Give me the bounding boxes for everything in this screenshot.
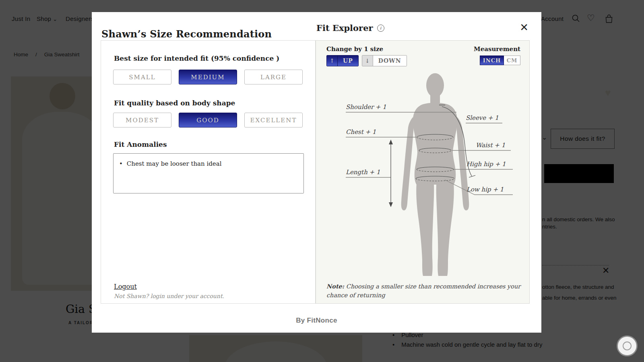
fit-explorer-label: Fit Explorer [316,23,373,33]
label-sleeve: Sleeve + 1 [466,114,499,121]
measurement-label: Measurement [474,45,520,53]
note-body: Choosing a smaller size than recommended… [326,283,520,298]
modal-title: Shawn’s Size Recommendation [101,28,272,40]
logout-link[interactable]: Logout [114,283,137,290]
low-hip-ellipse-dashed [416,179,454,181]
body-silhouette [401,73,469,276]
fit-anomaly-text: Chest may be looser than ideal [127,160,222,167]
label-shoulder: Shoulder + 1 [346,103,386,111]
close-modal-button[interactable]: ✕ [517,21,531,34]
chest-ellipse-dashed [417,137,453,140]
recommendation-panel: Best size for intended fit (95% confiden… [101,40,316,304]
arrow-down-icon: ↓ [362,56,373,66]
label-chest: Chest + 1 [346,128,376,136]
low-hip-ellipse-solid [416,176,454,179]
label-low-hip: Low hip + 1 [466,186,504,193]
info-icon[interactable]: i [377,25,384,32]
bullet-icon: • [119,160,123,167]
label-high-hip: High hip + 1 [466,160,506,168]
best-size-heading: Best size for intended fit (95% confiden… [114,54,303,62]
size-up-button[interactable]: ↑ UP [326,55,359,66]
unit-toggle: INCH CM [480,56,520,65]
chat-button[interactable] [617,335,638,356]
fit-quality-heading: Fit quality based on body shape [114,99,303,107]
quality-options-row: MODEST GOOD EXCELLENT [113,113,303,128]
size-up-label: UP [338,56,358,66]
fit-anomaly-item: • Chest may be looser than ideal [119,160,298,167]
chest-ellipse-solid [417,134,453,137]
size-options-row: SMALL MEDIUM LARGE [113,70,303,84]
unit-cm-button[interactable]: CM [504,56,520,65]
high-hip-ellipse-solid [417,167,454,169]
modal-footer-brand: By FitNonce [92,317,541,325]
fit-explorer-panel: Change by 1 size ↑ UP ↓ DOWN Measurement… [316,40,530,304]
note-text: Note: Choosing a smaller size than recom… [326,282,522,300]
size-button-large[interactable]: LARGE [244,70,303,84]
high-hip-ellipse-dashed [417,169,454,172]
size-button-small[interactable]: SMALL [113,70,171,84]
size-down-label: DOWN [373,56,407,66]
note-bold: Note: [326,283,344,290]
waist-ellipse-solid [419,148,451,150]
label-waist: Waist + 1 [476,142,505,149]
size-button-medium[interactable]: MEDIUM [179,70,237,84]
label-length: Length + 1 [346,169,380,176]
fit-explorer-title: Fit Explorer i [316,23,384,33]
size-recommendation-modal: Shawn’s Size Recommendation Fit Explorer… [92,12,541,333]
change-size-label: Change by 1 size [326,45,383,53]
size-down-button[interactable]: ↓ DOWN [362,55,407,66]
arrow-up-icon: ↑ [327,56,338,66]
fit-anomalies-heading: Fit Anomalies [114,140,303,148]
quality-button-modest[interactable]: MODEST [113,113,171,128]
quality-button-good[interactable]: GOOD [179,113,237,128]
length-arrowhead-top [389,140,393,144]
chat-icon [623,341,632,350]
quality-button-excellent[interactable]: EXCELLENT [244,113,303,128]
waist-ellipse-dashed [419,150,451,153]
size-updown-controls: ↑ UP ↓ DOWN [326,55,407,66]
unit-inch-button[interactable]: INCH [480,56,504,65]
length-arrowhead-bottom [389,202,393,207]
fit-anomalies-box: • Chest may be looser than ideal [113,153,304,193]
logout-hint: Not Shawn? login under your account. [114,293,224,299]
sleeve-tick-bottom [469,175,475,177]
